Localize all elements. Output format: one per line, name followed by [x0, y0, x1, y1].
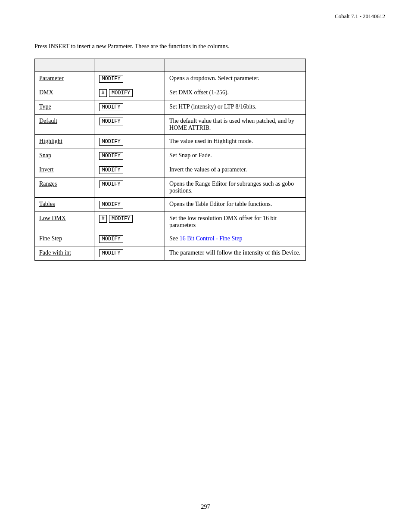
table-row: DMX# MODIFYSet DMX offset (1-256). — [35, 86, 306, 100]
header-title: Cobalt 7.1 - 20140612 — [335, 13, 385, 19]
parameters-table: ParameterMODIFYOpens a dropdown. Select … — [34, 59, 306, 261]
description-text: The value used in Highlight mode. — [165, 135, 305, 149]
param-cell: Tables — [35, 198, 94, 212]
button-cell: MODIFY — [94, 232, 165, 246]
table-row: InvertMODIFYInvert the values of a param… — [35, 163, 306, 177]
description-text: See — [169, 235, 180, 242]
modify-button[interactable]: MODIFY — [99, 201, 123, 208]
table-row: HighlightMODIFYThe value used in Highlig… — [35, 135, 306, 149]
modify-button[interactable]: MODIFY — [99, 118, 123, 125]
description-text: Set DMX offset (1-256). — [165, 86, 305, 100]
param-link[interactable]: Fade with int — [39, 249, 71, 256]
description-text: The parameter will follow the intensity … — [165, 246, 305, 261]
modify-button[interactable]: MODIFY — [99, 235, 123, 243]
table-row: RangesMODIFYOpens the Range Editor for s… — [35, 177, 306, 198]
param-link[interactable]: Tables — [39, 201, 55, 207]
description-text: Opens a dropdown. Select parameter. — [165, 72, 305, 86]
param-link[interactable]: Low DMX — [39, 215, 66, 221]
description-cell: See 16 Bit Control - Fine Step — [165, 232, 305, 246]
param-cell: Fade with int — [35, 246, 94, 261]
param-cell: Parameter — [35, 72, 94, 86]
modify-button[interactable]: MODIFY — [99, 138, 123, 146]
button-cell: # MODIFY — [94, 86, 165, 100]
description-text: The default value that is used when patc… — [165, 115, 305, 135]
param-cell: DMX — [35, 86, 94, 100]
param-link[interactable]: Default — [39, 118, 57, 124]
modify-button[interactable]: MODIFY — [99, 180, 123, 188]
button-cell: MODIFY — [94, 100, 165, 115]
param-link[interactable]: Snap — [39, 152, 51, 159]
modify-button[interactable]: MODIFY — [99, 75, 123, 83]
description-text: Invert the values of a parameter. — [165, 163, 305, 177]
modify-button[interactable]: MODIFY — [99, 166, 123, 174]
button-cell: MODIFY — [94, 163, 165, 177]
description-text: Opens the Table Editor for table functio… — [165, 198, 305, 212]
param-cell: Ranges — [35, 177, 94, 198]
button-cell: MODIFY — [94, 246, 165, 261]
description-link[interactable]: 16 Bit Control - Fine Step — [180, 235, 243, 242]
param-link[interactable]: Highlight — [39, 138, 62, 144]
button-cell: MODIFY — [94, 198, 165, 212]
table-row: Low DMX# MODIFYSet the low resolution DM… — [35, 212, 306, 232]
col-header-desc — [165, 59, 305, 72]
description-text: Set Snap or Fade. — [165, 149, 305, 163]
button-cell: MODIFY — [94, 177, 165, 198]
table-row: SnapMODIFYSet Snap or Fade. — [35, 149, 306, 163]
table-row: TablesMODIFYOpens the Table Editor for t… — [35, 198, 306, 212]
description-text: Opens the Range Editor for subranges suc… — [165, 177, 305, 198]
button-cell: MODIFY — [94, 149, 165, 163]
table-row: ParameterMODIFYOpens a dropdown. Select … — [35, 72, 306, 86]
modify-button[interactable]: MODIFY — [109, 89, 133, 97]
modify-button[interactable]: MODIFY — [109, 215, 133, 223]
button-cell: # MODIFY — [94, 212, 165, 232]
table-row: Fade with intMODIFYThe parameter will fo… — [35, 246, 306, 261]
button-cell: MODIFY — [94, 72, 165, 86]
param-link[interactable]: Parameter — [39, 75, 64, 81]
modify-button[interactable]: MODIFY — [99, 249, 123, 257]
param-cell: Low DMX — [35, 212, 94, 232]
param-cell: Type — [35, 100, 94, 115]
table-row: DefaultMODIFYThe default value that is u… — [35, 115, 306, 135]
button-cell: MODIFY — [94, 135, 165, 149]
param-link[interactable]: Type — [39, 103, 51, 110]
intro-text: Press INSERT to insert a new Parameter. … — [34, 43, 377, 50]
col-header-param — [35, 59, 94, 72]
table-row: Fine StepMODIFYSee 16 Bit Control - Fine… — [35, 232, 306, 246]
table-row: TypeMODIFYSet HTP (intensity) or LTP 8/1… — [35, 100, 306, 115]
param-cell: Fine Step — [35, 232, 94, 246]
param-cell: Snap — [35, 149, 94, 163]
hash-button[interactable]: # — [99, 215, 106, 223]
param-link[interactable]: DMX — [39, 89, 53, 96]
modify-button[interactable]: MODIFY — [99, 152, 123, 160]
param-cell: Highlight — [35, 135, 94, 149]
param-link[interactable]: Invert — [39, 166, 53, 173]
param-link[interactable]: Fine Step — [39, 235, 62, 242]
param-cell: Invert — [35, 163, 94, 177]
page-number: 297 — [201, 504, 210, 510]
page-header: Cobalt 7.1 - 20140612 — [335, 13, 385, 20]
page-content: Press INSERT to insert a new Parameter. … — [0, 0, 411, 295]
col-header-button — [94, 59, 165, 72]
button-cell: MODIFY — [94, 115, 165, 135]
description-text: Set the low resolution DMX offset for 16… — [165, 212, 305, 232]
modify-button[interactable]: MODIFY — [99, 103, 123, 111]
param-cell: Default — [35, 115, 94, 135]
param-link[interactable]: Ranges — [39, 180, 57, 187]
hash-button[interactable]: # — [99, 89, 106, 97]
description-text: Set HTP (intensity) or LTP 8/16bits. — [165, 100, 305, 115]
